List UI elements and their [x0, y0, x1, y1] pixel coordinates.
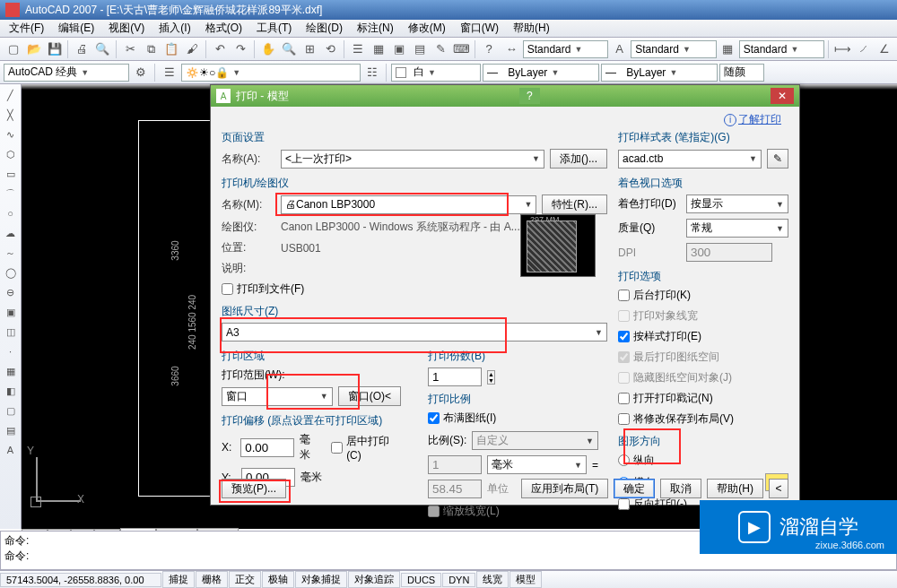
dim-linear-icon[interactable]: ⟼ — [833, 39, 852, 59]
point-icon[interactable]: · — [2, 342, 20, 360]
menu-tools[interactable]: 工具(T) — [251, 19, 297, 38]
center-checkbox[interactable] — [331, 442, 343, 454]
circle-icon[interactable]: ○ — [2, 204, 20, 222]
menu-modify[interactable]: 修改(M) — [403, 19, 451, 38]
ellipsearc-icon[interactable]: ⊖ — [2, 283, 20, 301]
unit-combo[interactable]: 毫米▼ — [487, 455, 587, 474]
properties-button[interactable]: 特性(R)... — [542, 195, 607, 214]
plot-to-file-checkbox[interactable] — [222, 283, 233, 295]
copies-input[interactable] — [428, 368, 482, 386]
region-icon[interactable]: ▢ — [2, 402, 20, 419]
line-icon[interactable]: ╱ — [2, 86, 20, 104]
layer-prev-icon[interactable]: ☷ — [362, 63, 382, 82]
polygon-icon[interactable]: ⬡ — [2, 145, 20, 163]
dyn-toggle[interactable]: DYN — [442, 573, 475, 587]
layer-combo[interactable]: 🔅☀○🔒▼ — [181, 64, 361, 82]
dim-aligned-icon[interactable]: ⟋ — [854, 39, 873, 59]
calc-icon[interactable]: ⌨ — [452, 39, 471, 59]
mtext-icon[interactable]: A — [2, 441, 20, 459]
opt-plotstyles-checkbox[interactable] — [618, 331, 630, 342]
plotstyle-combo[interactable]: 随颜 — [719, 64, 764, 82]
markup-icon[interactable]: ✎ — [431, 39, 450, 59]
zoom-icon[interactable]: 🔍 — [280, 39, 299, 59]
block-icon[interactable]: ◫ — [2, 323, 20, 341]
snap-toggle[interactable]: 捕捉 — [162, 571, 195, 588]
arc-icon[interactable]: ⌒ — [2, 185, 20, 203]
cancel-button[interactable]: 取消 — [660, 479, 701, 498]
menu-format[interactable]: 格式(O) — [200, 19, 248, 38]
lwt-toggle[interactable]: 线宽 — [476, 571, 509, 588]
workspace-settings-icon[interactable]: ⚙ — [131, 63, 151, 82]
menu-view[interactable]: 视图(V) — [103, 19, 150, 38]
redo-icon[interactable]: ↷ — [231, 39, 250, 59]
open-icon[interactable]: 📂 — [24, 39, 43, 59]
style-table-combo[interactable]: acad.ctb▼ — [618, 150, 762, 169]
print-icon[interactable]: 🖨 — [73, 39, 91, 59]
shade-combo[interactable]: 按显示▼ — [686, 195, 788, 213]
menu-file[interactable]: 文件(F) — [4, 19, 49, 38]
polar-toggle[interactable]: 极轴 — [262, 571, 294, 588]
zoom-window-icon[interactable]: ⊞ — [300, 39, 319, 59]
zoom-prev-icon[interactable]: ⟲ — [321, 39, 340, 59]
menu-window[interactable]: 窗口(W) — [455, 19, 504, 38]
dim-icon[interactable]: ↔ — [502, 39, 521, 59]
dialog-help-icon[interactable]: ? — [519, 88, 540, 104]
match-icon[interactable]: 🖌 — [183, 39, 202, 59]
table-icon[interactable]: ▤ — [2, 421, 20, 439]
menu-dimension[interactable]: 标注(N) — [352, 19, 399, 38]
opt-stamp-checkbox[interactable] — [618, 393, 630, 404]
dialog-close-icon[interactable]: ✕ — [771, 88, 794, 104]
offset-x-input[interactable] — [240, 438, 294, 457]
designcenter-icon[interactable]: ▦ — [370, 39, 388, 59]
help-icon[interactable]: ? — [480, 39, 499, 59]
dim-angle-icon[interactable]: ∠ — [875, 39, 893, 59]
pan-icon[interactable]: ✋ — [259, 39, 278, 59]
osnap-toggle[interactable]: 对象捕捉 — [295, 571, 347, 588]
textstyle-icon[interactable]: A — [610, 39, 629, 59]
learn-plot-link[interactable]: i了解打印 — [724, 112, 781, 127]
plot-preview-icon[interactable]: 🔍 — [93, 39, 112, 59]
linetype-combo[interactable]: — ByLayer▼ — [483, 64, 599, 82]
quality-combo[interactable]: 常规▼ — [686, 219, 788, 238]
gradient-icon[interactable]: ◧ — [2, 382, 20, 400]
workspace-combo[interactable]: AutoCAD 经典▼ — [4, 64, 129, 82]
paste-icon[interactable]: 📋 — [162, 39, 181, 59]
copy-icon[interactable]: ⧉ — [142, 39, 161, 59]
tablestyle-combo[interactable]: Standard▼ — [739, 40, 824, 58]
add-button[interactable]: 添加()... — [550, 149, 607, 169]
lineweight-combo[interactable]: — ByLayer▼ — [601, 64, 718, 82]
dialog-titlebar[interactable]: A 打印 - 模型 ? ✕ — [211, 85, 799, 107]
hatch-icon[interactable]: ▦ — [2, 362, 20, 380]
revcloud-icon[interactable]: ☁ — [2, 224, 20, 242]
menu-insert[interactable]: 插入(I) — [153, 19, 196, 38]
copies-up-icon[interactable]: ▲ — [488, 371, 494, 377]
model-toggle[interactable]: 模型 — [509, 571, 542, 588]
tablestyle-icon[interactable]: ▦ — [718, 39, 737, 59]
layer-manager-icon[interactable]: ☰ — [160, 63, 179, 82]
ok-button[interactable]: 确定 — [614, 479, 655, 498]
opt-save-checkbox[interactable] — [618, 413, 630, 425]
color-combo[interactable]: 白▼ — [391, 64, 481, 82]
collapse-button[interactable]: < — [769, 479, 788, 498]
dimstyle-combo[interactable]: Standard▼ — [523, 40, 608, 58]
menu-draw[interactable]: 绘图(D) — [300, 19, 348, 38]
style-edit-button[interactable]: ✎ — [767, 149, 788, 169]
menu-help[interactable]: 帮助(H) — [508, 19, 555, 38]
xline-icon[interactable]: ╳ — [2, 106, 20, 124]
rectangle-icon[interactable]: ▭ — [2, 165, 20, 183]
pline-icon[interactable]: ∿ — [2, 125, 20, 143]
textstyle-combo[interactable]: Standard▼ — [631, 40, 716, 58]
menu-bar[interactable]: 文件(F) 编辑(E) 视图(V) 插入(I) 格式(O) 工具(T) 绘图(D… — [0, 20, 897, 38]
opt-background-checkbox[interactable] — [618, 290, 630, 301]
sheetset-icon[interactable]: ▤ — [411, 39, 430, 59]
otrack-toggle[interactable]: 对象追踪 — [348, 571, 400, 588]
save-icon[interactable]: 💾 — [45, 39, 64, 59]
ortho-toggle[interactable]: 正交 — [229, 571, 261, 588]
orient-upside-checkbox[interactable] — [618, 498, 630, 510]
toolpalettes-icon[interactable]: ▣ — [390, 39, 409, 59]
grid-toggle[interactable]: 栅格 — [196, 571, 228, 588]
new-icon[interactable]: ▢ — [4, 39, 22, 59]
help-button[interactable]: 帮助(H) — [707, 479, 763, 498]
menu-edit[interactable]: 编辑(E) — [53, 19, 100, 38]
insert-icon[interactable]: ▣ — [2, 303, 20, 321]
